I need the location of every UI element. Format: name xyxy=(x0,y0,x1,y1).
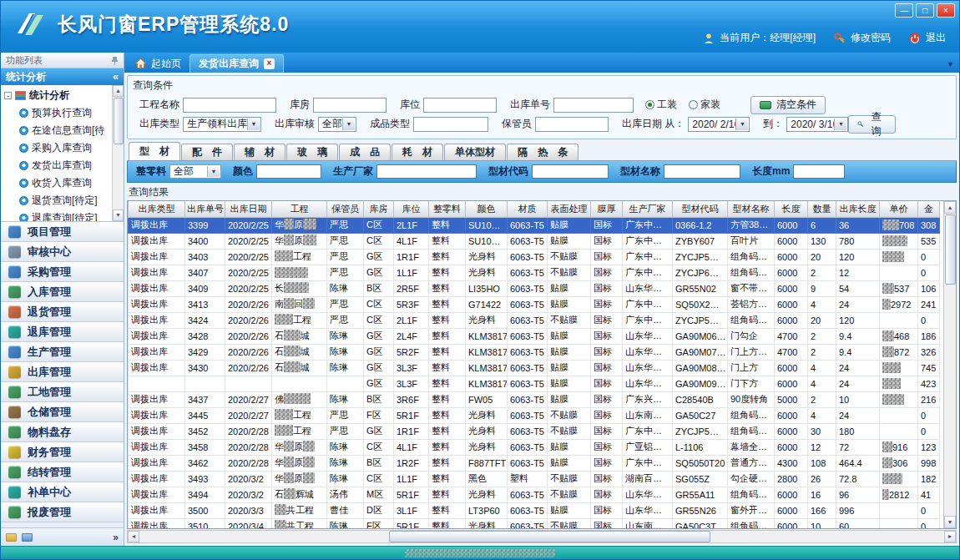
tree-item[interactable]: 退库查询[待定] xyxy=(4,209,112,221)
table-row[interactable]: 调拨出库34302020/2/26石城陈琳G区3L3F整料KLM38176063… xyxy=(129,360,940,376)
sidebar-section-header[interactable]: 统计分析 « xyxy=(1,68,124,85)
tab-shipping-outbound-query[interactable]: 发货出库查询 × xyxy=(189,54,284,73)
scrollbar-thumb[interactable] xyxy=(389,531,711,542)
table-row[interactable]: 调拨出库34522020/2/28工程严思G区1R1F整料光身料6063-T5不… xyxy=(129,423,940,439)
table-row[interactable]: 调拨出库34072020/2/25严思G区1L1F整料光身料6063-T5不贴膜… xyxy=(129,265,940,280)
table-row[interactable]: 调拨出库34372020/2/27佛陈琳B区3R6F整料FW056063-T5贴… xyxy=(129,391,940,407)
table-row[interactable]: 调拨出库35002020/3/3共工程曹佳D区3L1F整料LT3P606063-… xyxy=(129,502,940,518)
change-password-link[interactable]: 修改密码 xyxy=(851,31,891,45)
product-type-input[interactable] xyxy=(413,117,488,132)
table-row[interactable]: G区3L3F整料KLM38176063-T5贴膜国标山东华…GA90M09…门下… xyxy=(129,376,940,391)
tree-item[interactable]: 退货查询[待定] xyxy=(4,192,112,209)
date-to-select[interactable]: 2020/ 3/16 xyxy=(786,117,848,132)
material-tab-5[interactable]: 耗 材 xyxy=(392,144,443,160)
scroll-up-icon[interactable]: ▲ xyxy=(113,85,124,97)
material-tab-1[interactable]: 配 件 xyxy=(181,144,233,160)
project-name-input[interactable] xyxy=(183,98,276,113)
scrollbar-thumb[interactable] xyxy=(114,98,124,144)
jiazhuang-radio[interactable] xyxy=(689,100,698,109)
scrollbar-track[interactable] xyxy=(139,531,944,542)
table-horizontal-scrollbar[interactable]: ◄ ► xyxy=(127,530,957,543)
table-row[interactable]: 调拨出库34942020/3/2石辉城汤伟M区5R1F整料光身料6063-T5不… xyxy=(129,487,940,502)
material-tab-4[interactable]: 成 品 xyxy=(339,144,391,160)
table-row[interactable]: 调拨出库34002020/2/25华原严思C区4L1F整料SU10…6063-T… xyxy=(129,233,940,249)
table-row[interactable]: 调拨出库34582020/2/28华原陈琳C区4L1F整料光身料6063-T5贴… xyxy=(129,439,940,455)
column-header[interactable]: 长度 xyxy=(775,201,808,217)
minimize-button[interactable]: — xyxy=(895,3,913,18)
sidebar-item-scrap-mgmt[interactable]: 报废管理 xyxy=(1,502,124,522)
order-no-input[interactable] xyxy=(553,98,634,113)
table-row[interactable]: 调拨出库34292020/2/26石城陈琳G区5R2F整料KLM38176063… xyxy=(129,344,940,360)
column-header[interactable]: 库位 xyxy=(394,201,429,217)
table-vertical-scrollbar[interactable]: ▲ ▼ xyxy=(943,201,956,528)
column-header[interactable]: 型材名称 xyxy=(728,201,775,217)
sidebar-item-audit-center[interactable]: 审核中心 xyxy=(1,242,124,262)
material-tab-2[interactable]: 辅 材 xyxy=(234,144,285,160)
close-tab-icon[interactable]: × xyxy=(264,58,275,69)
sidebar-item-return-stock-mgmt[interactable]: 退库管理 xyxy=(1,322,124,342)
scroll-up-icon[interactable]: ▲ xyxy=(944,201,956,214)
profile-code-input[interactable] xyxy=(532,164,609,179)
maximize-button[interactable]: □ xyxy=(916,3,934,18)
tree-item[interactable]: 收货入库查询 xyxy=(4,174,112,192)
scroll-right-icon[interactable]: ► xyxy=(944,531,956,542)
column-header[interactable]: 金 xyxy=(918,201,940,217)
sidebar-item-return-goods-mgmt[interactable]: 退货管理 xyxy=(1,302,124,322)
column-header[interactable]: 出库单号 xyxy=(185,201,225,217)
keeper-input[interactable] xyxy=(535,117,609,132)
expander-icon[interactable]: - xyxy=(4,92,12,99)
more-panels-icon[interactable]: » xyxy=(113,532,119,543)
collapse-icon[interactable]: « xyxy=(113,71,119,83)
tree-item[interactable]: -统计分析 xyxy=(4,87,112,104)
table-row[interactable]: 调拨出库34032020/2/25工程严思G区1R1F整料光身料6063-T5不… xyxy=(129,249,940,265)
color-input[interactable] xyxy=(256,164,321,179)
table-row[interactable]: 调拨出库34932020/3/2华原陈琳C区1L1F整料黑色塑料不贴膜国标湖南百… xyxy=(129,471,940,487)
sidebar-item-carryover-mgmt[interactable]: 结转管理 xyxy=(1,462,124,482)
column-header[interactable]: 保管员 xyxy=(327,201,364,217)
tree-item[interactable]: 在途信息查询[待 xyxy=(4,122,112,139)
column-header[interactable]: 数量 xyxy=(808,201,836,217)
column-header[interactable]: 型材代码 xyxy=(673,201,728,217)
tree-item[interactable]: 采购入库查询 xyxy=(4,139,112,157)
table-row[interactable]: 调拨出库34282020/2/26石城陈琳G区2L4F整料KLM38176063… xyxy=(129,328,940,344)
material-tab-3[interactable]: 玻 璃 xyxy=(286,144,338,160)
length-input[interactable] xyxy=(793,164,845,179)
material-tab-6[interactable]: 单体型材 xyxy=(444,144,506,160)
tree-item[interactable]: 预算执行查询 xyxy=(4,104,112,122)
date-from-select[interactable]: 2020/ 2/16 xyxy=(688,117,750,132)
folder-icon[interactable] xyxy=(6,533,17,542)
tree-scrollbar[interactable]: ▲ ▼ xyxy=(112,85,124,221)
table-row[interactable]: 调拨出库34242020/2/26工程严思C区2L1F整料光身料6063-T5不… xyxy=(129,312,940,328)
sidebar-item-site-mgmt[interactable]: 工地管理 xyxy=(1,382,124,402)
column-header[interactable]: 生产厂家 xyxy=(623,201,673,217)
column-header[interactable]: 整零料 xyxy=(429,201,466,217)
column-header[interactable]: 膜厚 xyxy=(591,201,623,217)
column-header[interactable]: 颜色 xyxy=(466,201,508,217)
scroll-left-icon[interactable]: ◄ xyxy=(128,531,139,542)
column-header[interactable]: 单价 xyxy=(880,201,918,217)
pin-icon[interactable] xyxy=(111,56,119,65)
outbound-audit-select[interactable]: 全部 xyxy=(318,117,356,132)
column-header[interactable]: 表面处理 xyxy=(548,201,591,217)
column-header[interactable]: 出库日期 xyxy=(225,201,272,217)
scrollbar-thumb[interactable] xyxy=(945,214,956,285)
sidebar-item-outbound-mgmt[interactable]: 出库管理 xyxy=(1,362,124,382)
table-row[interactable]: 调拨出库34622020/2/28华原陈琳B区1R2F整料F887TFT6063… xyxy=(129,455,940,471)
column-header[interactable]: 出库类型 xyxy=(129,201,185,217)
material-tab-0[interactable]: 型 材 xyxy=(129,142,180,160)
sidebar-item-inbound-mgmt[interactable]: 入库管理 xyxy=(1,282,124,302)
sidebar-item-material-inventory[interactable]: 物料盘存 xyxy=(1,422,124,442)
close-button[interactable]: × xyxy=(937,3,955,18)
manufacturer-input[interactable] xyxy=(376,164,477,179)
column-header[interactable]: 库房 xyxy=(364,201,394,217)
tab-home[interactable]: 起始页 xyxy=(127,54,189,73)
gongzhuang-radio[interactable] xyxy=(645,100,654,109)
sidebar-item-project-mgmt[interactable]: 项目管理 xyxy=(1,222,124,242)
tab-list-dropdown-icon[interactable]: ▼ xyxy=(947,60,954,68)
column-header[interactable]: 材质 xyxy=(508,201,548,217)
table-row[interactable]: 调拨出库34092020/2/25长陈琳B区2R5F整料LI35HO6063-T… xyxy=(129,280,940,296)
outbound-type-select[interactable]: 生产领料出库 xyxy=(183,117,261,132)
table-row[interactable]: 调拨出库33992020/2/25华原严思C区2L1F整料SU10…6063-T… xyxy=(129,217,940,233)
table-row[interactable]: 调拨出库35102020/3/4共工程陈琳F区5R1F整料光身料6063-T5不… xyxy=(129,518,940,529)
logout-link[interactable]: 退出 xyxy=(926,31,946,45)
